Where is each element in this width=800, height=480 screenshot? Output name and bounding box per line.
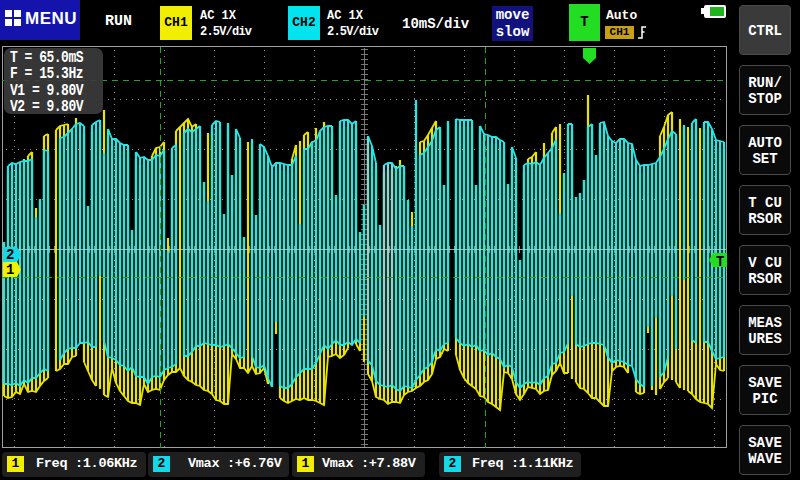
svg-text:T: T: [716, 254, 724, 270]
svg-text:1: 1: [6, 262, 14, 278]
svg-text:2: 2: [6, 247, 14, 263]
